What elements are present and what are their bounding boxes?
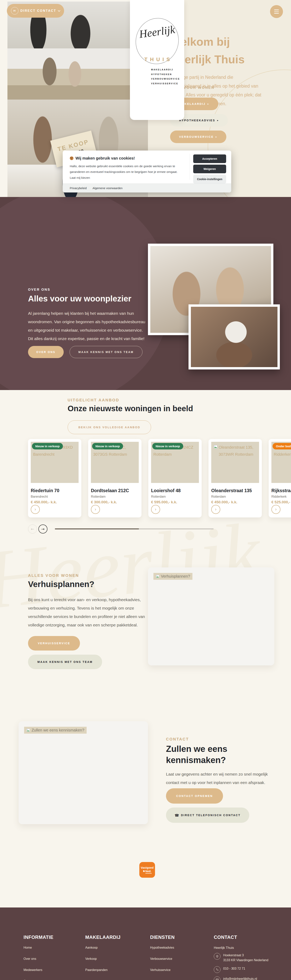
footer-column-makelaardij: MAKELAARDIJ Aankoop Verkoop Paardenpande…	[85, 934, 121, 979]
contact-opnemen-button[interactable]: CONTACT OPNEMEN	[166, 788, 223, 803]
location-pin-icon	[214, 953, 221, 959]
footer-link-hypotheekadvies[interactable]: Hypotheekadvies	[150, 946, 175, 950]
vastgoedned-badge[interactable]: Vastgoed Ned.	[139, 862, 155, 878]
footer-column-diensten: DIENSTEN Hypotheekadvies Verbouwservice …	[150, 934, 175, 979]
property-city: Ridderkerk	[271, 495, 291, 498]
footer-link-verbouwservice[interactable]: Verbouwservice	[150, 957, 175, 961]
property-title: Looiershof 48	[151, 488, 199, 493]
footer-link-medewerkers[interactable]: Medewerkers	[24, 968, 54, 972]
direct-contact-button[interactable]: ✉ DIRECT CONTACT	[7, 4, 64, 18]
footer-address-row: Hoekerstraat 3 3133 KR Vlaardingen Neder…	[214, 953, 268, 963]
arrow-right-icon: ▸	[216, 135, 217, 138]
property-image-alt-text: Oleanderstraat 135, 3073WR Rotterdam	[211, 442, 259, 460]
broken-image-chip: Verhuisplannen?	[153, 573, 192, 580]
property-detail-button[interactable]: ›	[151, 505, 160, 514]
property-card[interactable]: Dordtselaan 212C, 3073GS Rotterdam Nieuw…	[88, 439, 142, 517]
property-city: Barendrecht	[31, 495, 79, 498]
terms-link[interactable]: Algemene voorwaarden	[92, 186, 122, 190]
logo-services-list: MAKELAARDIJ HYPOTHEKEN VERBOUWSERVICE VE…	[151, 67, 180, 86]
menu-hamburger-button[interactable]	[270, 5, 283, 18]
partner-line1: Vastgoed	[141, 866, 154, 869]
team-button[interactable]: MAAK KENNIS MET ONS TEAM	[70, 346, 143, 358]
logo-service: MAKELAARDIJ	[151, 67, 180, 72]
property-price: € 595.000,- k.k.	[151, 500, 199, 504]
footer-column-title: DIENSTEN	[150, 934, 175, 940]
cookie-settings-button[interactable]: Cookie-instellingen	[193, 175, 226, 183]
partner-line2: Ned.	[143, 870, 151, 873]
property-title: Oleanderstraat 135	[211, 488, 259, 493]
footer-link-verkoop[interactable]: Verkoop	[85, 957, 121, 961]
footer-address: Hoekerstraat 3 3133 KR Vlaardingen Neder…	[223, 953, 268, 963]
property-image-placeholder: Dordtselaan 212C, 3073GS Rotterdam Nieuw…	[91, 442, 139, 483]
property-card[interactable]: Riedertuin 70, 2993XD Barendrecht Nieuw …	[28, 439, 81, 517]
email-icon	[214, 977, 221, 980]
chevron-down-icon	[58, 9, 60, 12]
footer-link-over-ons[interactable]: Over ons	[24, 957, 54, 961]
footer-email: info@mijnheerlijkthuis.nl	[223, 977, 257, 980]
status-badge: Nieuw in verkoop	[92, 443, 123, 449]
envelope-icon: ✉	[11, 7, 18, 14]
property-image-placeholder: Rijksstraatweg, Ridderkerk Onder bod	[271, 442, 291, 483]
footer-link-home[interactable]: Home	[24, 946, 54, 950]
arrow-right-icon: ▸	[217, 119, 219, 122]
footer-column-informatie: INFORMATIE Home Over ons Medewerkers Con…	[24, 934, 54, 980]
logo-service: VERHUISSERVICE	[151, 81, 180, 86]
status-badge: Nieuw in verkoop	[32, 443, 63, 449]
property-price: € 450.000,- k.k.	[211, 500, 259, 504]
carousel-next-button[interactable]: →	[38, 525, 48, 533]
view-all-listings-button[interactable]: BEKIJK ONS VOLLEDIGE AANBOD	[68, 420, 151, 434]
broken-image-icon	[214, 445, 218, 449]
logo-card[interactable]: Heerlijk THUIS MAKELAARDIJ HYPOTHEKEN VE…	[130, 0, 184, 120]
property-card[interactable]: Oleanderstraat 135, 3073WR Rotterdam Ole…	[208, 439, 262, 517]
about-title: Alles voor uw woonplezier	[28, 294, 131, 304]
moving-paragraph: Bij ons kunt u terecht voor aan- en verk…	[28, 595, 146, 629]
property-detail-button[interactable]: ›	[31, 505, 40, 514]
verhuisservice-button[interactable]: VERHUISSERVICE	[28, 636, 80, 651]
cookie-choose-link[interactable]: Laat mij kiezen	[70, 175, 184, 181]
property-detail-button[interactable]: ›	[211, 505, 220, 514]
property-title: Rijksstraatweg	[271, 488, 291, 493]
cookie-decline-button[interactable]: Weigeren	[193, 165, 226, 173]
direct-contact-label: DIRECT CONTACT	[21, 9, 56, 13]
moving-image-card: Verhuisplannen?	[148, 568, 274, 665]
team-button[interactable]: MAAK KENNIS MET ONS TEAM	[28, 655, 102, 669]
footer-column-title: CONTACT	[214, 934, 268, 940]
property-price: € 300.000,- k.k.	[91, 500, 139, 504]
footer-link-verhuisservice[interactable]: Verhuisservice	[150, 968, 175, 972]
footer-link-paardenpanden[interactable]: Paardenpanden	[85, 968, 121, 972]
cookie-banner-title: Wij maken gebruik van cookies!	[70, 156, 135, 161]
verbouwservice-button[interactable]: VERBOUWSERVICE ▸	[170, 130, 226, 143]
property-image-placeholder: Looiershof 48, 3024CZ Rotterdam Nieuw in…	[151, 442, 199, 483]
property-image-placeholder: Riedertuin 70, 2993XD Barendrecht Nieuw …	[31, 442, 79, 483]
cookie-banner: Wij maken gebruik van cookies! Hallo, de…	[63, 151, 231, 192]
footer-link-aankoop[interactable]: Aankoop	[85, 946, 121, 950]
property-detail-button[interactable]: ›	[271, 505, 280, 514]
cookie-accept-button[interactable]: Accepteren	[193, 154, 226, 163]
privacy-policy-link[interactable]: Privacybeleid	[70, 186, 87, 190]
property-card[interactable]: Rijksstraatweg, Ridderkerk Onder bod Rij…	[269, 439, 291, 517]
moving-title: Verhuisplannen?	[28, 579, 94, 589]
property-detail-button[interactable]: ›	[91, 505, 100, 514]
footer-company-name: Heerlijk Thuis	[214, 946, 268, 950]
direct-phone-contact-button[interactable]: ☎ DIRECT TELEFONISCH CONTACT	[166, 808, 249, 823]
moving-image-alt: Verhuisplannen?	[161, 574, 190, 579]
carousel-prev-button[interactable]: ←	[28, 525, 37, 533]
property-card[interactable]: Looiershof 48, 3024CZ Rotterdam Nieuw in…	[148, 439, 202, 517]
phone-icon	[214, 966, 221, 973]
heerlijk-thuis-homepage: TE KOOP 0181-20 ✉ DIRECT CONTACT Heerlij…	[0, 0, 291, 980]
contact-image-card: Zullen we eens kennismaken?	[19, 721, 148, 824]
contact-label: CONTACT	[166, 737, 189, 741]
logo-name: THUIS	[130, 56, 184, 62]
carousel-progress-fill	[55, 528, 139, 530]
logo-service: VERBOUWSERVICE	[151, 76, 180, 81]
logo-service: HYPOTHEKEN	[151, 72, 180, 77]
footer-email-row[interactable]: info@mijnheerlijkthuis.nl	[214, 977, 268, 980]
footer-phone-row[interactable]: 010 - 303 72 71	[214, 966, 268, 973]
carousel-progress-bar[interactable]	[55, 528, 214, 530]
status-badge: Nieuw in verkoop	[152, 443, 183, 449]
property-city: Rotterdam	[211, 495, 259, 498]
property-image-placeholder: Oleanderstraat 135, 3073WR Rotterdam	[211, 442, 259, 483]
over-ons-button[interactable]: OVER ONS	[28, 346, 64, 358]
footer: INFORMATIE Home Over ons Medewerkers Con…	[0, 907, 291, 980]
phone-icon: ☎	[175, 813, 179, 817]
